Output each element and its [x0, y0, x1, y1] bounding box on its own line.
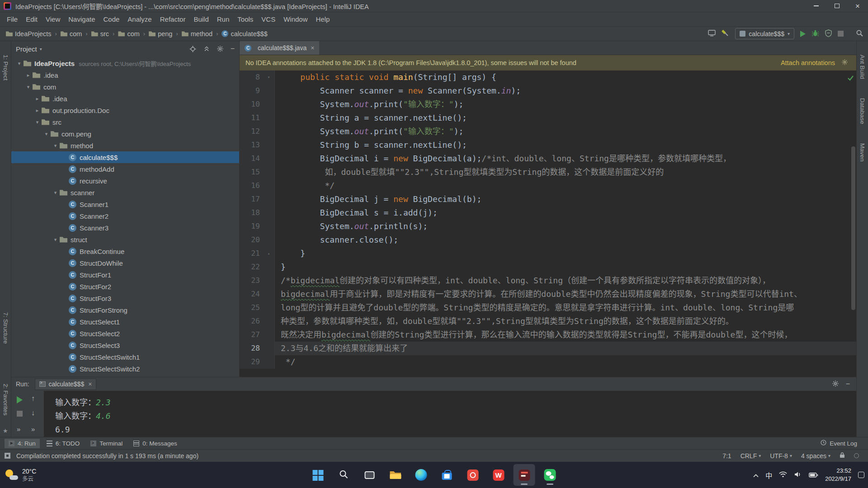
toolwindow-button-Terminal[interactable]: Terminal	[86, 439, 127, 448]
line-number[interactable]: 8	[240, 70, 263, 84]
taskbar-search-button[interactable]	[333, 464, 355, 486]
lock-icon[interactable]	[840, 452, 845, 460]
code-line-11[interactable]: 11 String a = scanner.nextLine();	[240, 111, 856, 125]
tree-arrow-open-icon[interactable]: ▾	[15, 61, 24, 66]
down-arrow-icon[interactable]: ↓	[31, 409, 35, 417]
menu-navigate[interactable]: Navigate	[64, 13, 99, 25]
tree-item-StructFor2[interactable]: CStructFor2	[11, 281, 239, 292]
line-number[interactable]: 16	[240, 179, 263, 192]
code-line-17[interactable]: 17 BigDecimal j = new BigDecimal(b);	[240, 192, 856, 206]
console-output[interactable]: 输入数字：2.3输入数字：4.66.9	[44, 391, 856, 437]
tree-item-StructFor1[interactable]: CStructFor1	[11, 269, 239, 281]
tree-arrow-open-icon[interactable]: ▾	[24, 84, 33, 90]
code-line-25[interactable]: 25long型的计算并且避免了double型的弊端。String类型的精度是确定…	[240, 301, 856, 314]
menu-refactor[interactable]: Refactor	[156, 13, 190, 25]
stop-process-button[interactable]	[17, 411, 23, 417]
menu-analyze[interactable]: Analyze	[123, 13, 156, 25]
breadcrumb-item-com[interactable]: com	[59, 29, 83, 38]
code-line-20[interactable]: 20 scanner.close();	[240, 233, 856, 247]
build-hammer-icon[interactable]	[722, 29, 729, 38]
code-line-8[interactable]: 8▾ public static void main(String[] args…	[240, 70, 856, 84]
toolwindow-button-4-Run[interactable]: 4: Run	[5, 439, 40, 448]
tree-item-.idea[interactable]: ▸.idea	[11, 69, 239, 81]
code-line-15[interactable]: 15 如，double型就填""2.3"",String型就填类型为String…	[240, 165, 856, 179]
debug-button[interactable]	[811, 29, 819, 38]
tree-item-recursive[interactable]: Crecursive	[11, 175, 239, 187]
tray-chevron-icon[interactable]	[753, 471, 759, 479]
code-line-18[interactable]: 18 BigDecimal s = i.add(j);	[240, 206, 856, 220]
code-line-24[interactable]: 24bigdecimal用于商业计算，即是对精度有一定要求的计算。在所创建的do…	[240, 287, 856, 301]
collapse-all-icon[interactable]	[203, 46, 210, 52]
menu-edit[interactable]: Edit	[22, 13, 42, 25]
code-line-23[interactable]: 23/*bigdecimal创建的对象可以有四种类型，int、double、lo…	[240, 274, 856, 287]
tree-arrow-open-icon[interactable]: ▾	[42, 131, 51, 137]
tree-item-.idea[interactable]: ▸.idea	[11, 93, 239, 104]
minimize-button[interactable]	[806, 0, 826, 12]
line-number[interactable]: 23	[240, 274, 263, 287]
inspection-ok-icon[interactable]	[847, 75, 854, 82]
tree-item-IdeaProjects[interactable]: ▾IdeaProjectssources root, C:\Users\何智鹏\…	[11, 57, 239, 69]
menu-run[interactable]: Run	[213, 13, 234, 25]
start-button[interactable]	[307, 464, 329, 486]
close-button[interactable]: ×	[847, 0, 868, 12]
wps-office-button[interactable]: W	[488, 464, 509, 486]
battery-icon[interactable]	[809, 471, 818, 479]
tree-arrow-open-icon[interactable]: ▾	[33, 119, 42, 125]
line-number[interactable]: 11	[240, 111, 263, 125]
toolwindow-button-6-TODO[interactable]: 6: TODO	[42, 439, 84, 448]
breadcrumb-item-IdeaProjects[interactable]: IdeaProjects	[5, 29, 53, 38]
line-number[interactable]: 13	[240, 138, 263, 152]
tree-item-method[interactable]: ▾method	[11, 140, 239, 151]
run-tab-close-icon[interactable]: ×	[88, 380, 92, 388]
code-line-12[interactable]: 12 System.out.print("输入数字：");	[240, 125, 856, 138]
code-line-9[interactable]: 9 Scanner scanner = new Scanner(System.i…	[240, 84, 856, 98]
event-log-button[interactable]: Event Log	[821, 440, 863, 447]
breadcrumb-item-com[interactable]: com	[117, 29, 141, 38]
code-line-13[interactable]: 13 String b = scanner.nextLine();	[240, 138, 856, 152]
encoding-select[interactable]: UTF-8▾	[770, 452, 792, 460]
menu-file[interactable]: File	[3, 13, 22, 25]
wifi-icon[interactable]	[779, 471, 787, 479]
tab-close-icon[interactable]: ×	[311, 44, 314, 52]
rerun-button[interactable]	[17, 396, 23, 404]
tree-item-out.production.Doc[interactable]: ▸out.production.Doc	[11, 104, 239, 116]
code-line-22[interactable]: 22}	[240, 260, 856, 274]
tree-item-StructSelect1[interactable]: CStructSelect1	[11, 316, 239, 328]
line-number[interactable]: 26	[240, 314, 263, 328]
line-number[interactable]: 21	[240, 247, 263, 260]
attach-annotations-link[interactable]: Attach annotations	[781, 59, 835, 66]
tree-arrow-open-icon[interactable]: ▾	[51, 190, 60, 196]
tree-item-Scanner2[interactable]: CScanner2	[11, 210, 239, 222]
breadcrumb-item-src[interactable]: src	[90, 29, 110, 38]
toolwindow-button-0-Messages[interactable]: 0: Messages	[129, 439, 181, 448]
menu-window[interactable]: Window	[279, 13, 311, 25]
line-number[interactable]: 18	[240, 206, 263, 220]
taskbar-clock[interactable]: 23:52 2022/9/17	[825, 467, 851, 483]
indent-select[interactable]: 4 spaces▾	[801, 452, 830, 460]
tree-item-src[interactable]: ▾src	[11, 116, 239, 128]
red-app-button[interactable]	[462, 464, 484, 486]
tree-item-com.peng[interactable]: ▾com.peng	[11, 128, 239, 140]
wechat-button[interactable]	[539, 464, 561, 486]
toolwindow-button-database[interactable]: Database	[859, 98, 866, 124]
hide-run-toolwindow-icon[interactable]: −	[846, 380, 850, 388]
editor-scrollbar[interactable]	[851, 146, 855, 310]
tree-item-StructSelectSwitch1[interactable]: CStructSelectSwitch1	[11, 351, 239, 363]
menu-build[interactable]: Build	[189, 13, 212, 25]
line-number[interactable]: 20	[240, 233, 263, 247]
toolwindow-button-favorites[interactable]: 2: Favorites	[2, 384, 9, 416]
run-settings-gear-icon[interactable]	[832, 380, 839, 388]
toolwindow-button-project[interactable]: 1: Project	[2, 55, 9, 80]
stop-button[interactable]	[838, 31, 844, 37]
line-number[interactable]: 29	[240, 355, 263, 369]
toolwindow-button-ant-build[interactable]: Ant Build	[859, 55, 866, 79]
task-view-button[interactable]	[359, 464, 381, 486]
line-number[interactable]: 15	[240, 165, 263, 179]
line-number[interactable]: 27	[240, 328, 263, 342]
line-number[interactable]: 10	[240, 98, 263, 111]
line-number[interactable]: 25	[240, 301, 263, 314]
line-number[interactable]: 28	[240, 342, 263, 355]
tree-item-BreakContinue[interactable]: CBreakContinue	[11, 245, 239, 257]
run-tab[interactable]: calculate$$$ ×	[35, 379, 97, 390]
run-button[interactable]	[800, 31, 806, 37]
